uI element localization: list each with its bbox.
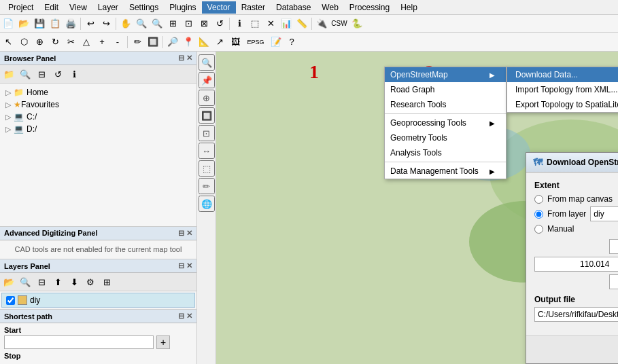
- scale-btn[interactable]: 📐: [196, 35, 211, 50]
- new-project-btn[interactable]: 📄: [1, 16, 16, 31]
- zoom-selection-btn[interactable]: ⊠: [196, 16, 211, 31]
- plugins-btn[interactable]: 🔌: [314, 16, 329, 31]
- output-path-input[interactable]: [534, 307, 618, 322]
- menu-project[interactable]: Project: [3, 1, 39, 14]
- layers-filter-btn[interactable]: 🔍: [18, 274, 33, 289]
- delete-part-btn[interactable]: -: [110, 35, 125, 50]
- menu-geoprocessing[interactable]: Geoprocessing Tools ▶: [385, 115, 506, 130]
- zoom-full-btn[interactable]: ⊞: [165, 16, 180, 31]
- menu-settings[interactable]: Settings: [124, 1, 164, 14]
- coord-bottom-input[interactable]: [609, 274, 619, 289]
- layers-close-icon[interactable]: ✕: [186, 261, 192, 270]
- reshape-btn[interactable]: △: [79, 35, 94, 50]
- layers-options-btn[interactable]: ⚙: [83, 274, 98, 289]
- adv-close-icon[interactable]: ✕: [186, 229, 192, 238]
- menu-plugins[interactable]: Plugins: [164, 1, 201, 14]
- zoom-layer-btn[interactable]: ⊡: [181, 16, 196, 31]
- browser-float-icon[interactable]: ⊟: [178, 54, 184, 62]
- pan-btn[interactable]: ✋: [118, 16, 133, 31]
- edit-node-btn[interactable]: ⬡: [16, 35, 31, 50]
- radio-from-layer[interactable]: [534, 210, 543, 219]
- menu-vector[interactable]: Vector: [202, 1, 236, 14]
- osm-import-topology[interactable]: Import Topology from XML...: [507, 82, 618, 97]
- coord-left-input[interactable]: [534, 257, 618, 272]
- coord-btn[interactable]: 📍: [181, 35, 196, 50]
- rotate-btn[interactable]: ↻: [48, 35, 63, 50]
- save-as-btn[interactable]: 📋: [48, 16, 63, 31]
- browser-item-c[interactable]: ▷ 💻 C:/: [3, 111, 194, 123]
- browser-refresh-btn[interactable]: ↺: [50, 67, 65, 81]
- help-icon-btn[interactable]: ?: [284, 35, 299, 50]
- menu-processing[interactable]: Processing: [344, 1, 395, 14]
- zoom-in-btn[interactable]: 🔍: [134, 16, 149, 31]
- layers-filter2-btn[interactable]: ⊟: [34, 274, 49, 289]
- refresh-btn[interactable]: ↺: [212, 16, 227, 31]
- side-icon-9[interactable]: 🌐: [199, 196, 215, 212]
- menu-data-mgmt[interactable]: Data Management Tools ▶: [385, 164, 506, 179]
- osm-export-topology[interactable]: Export Topology to SpatiaLite...: [507, 97, 618, 112]
- menu-edit[interactable]: Edit: [39, 1, 64, 14]
- adv-float-icon[interactable]: ⊟: [178, 229, 184, 238]
- add-part-btn[interactable]: +: [95, 35, 109, 50]
- side-icon-5[interactable]: ⊡: [199, 125, 215, 141]
- deselect-btn[interactable]: ✕: [263, 16, 278, 31]
- side-icon-2[interactable]: 📌: [199, 72, 215, 88]
- browser-collapse-btn[interactable]: ⊟: [34, 67, 49, 81]
- python-btn[interactable]: 🐍: [349, 16, 364, 31]
- split-btn[interactable]: ✂: [63, 35, 78, 50]
- side-icon-6[interactable]: ↔: [199, 143, 215, 159]
- undo-btn[interactable]: ↩: [83, 16, 98, 31]
- layers-expand-btn[interactable]: ⊞: [99, 274, 114, 289]
- open-btn[interactable]: 📂: [16, 16, 31, 31]
- digitize-btn[interactable]: ✏: [130, 35, 145, 50]
- side-icon-7[interactable]: ⬚: [199, 160, 215, 177]
- start-input[interactable]: [4, 335, 154, 349]
- menu-analysis-tools[interactable]: Analysis Tools: [385, 145, 506, 160]
- search-btn[interactable]: 🔎: [165, 35, 180, 50]
- map-area[interactable]: 🔍 📌 ⊕ 🔲 ⊡ ↔ ⬚ ✏ 🌐 1 OpenStreetMap ▶ Road…: [197, 52, 618, 364]
- menu-geometry-tools[interactable]: Geometry Tools: [385, 130, 506, 145]
- layer-item-diy[interactable]: diy: [1, 293, 195, 308]
- csw-btn[interactable]: CSW: [330, 16, 349, 31]
- menu-layer[interactable]: Layer: [92, 1, 124, 14]
- identify-btn[interactable]: ℹ: [232, 16, 247, 31]
- osm-download[interactable]: Download Data...: [507, 67, 618, 82]
- radio-map-canvas[interactable]: [534, 195, 543, 204]
- layer-select-dropdown[interactable]: diy ▼: [590, 206, 618, 221]
- layers-move-up-btn[interactable]: ⬆: [50, 274, 65, 289]
- rotation-btn[interactable]: ↗: [212, 35, 227, 50]
- measure-btn[interactable]: 📏: [294, 16, 309, 31]
- browser-item-d[interactable]: ▷ 💻 D:/: [3, 123, 194, 135]
- menu-database[interactable]: Database: [271, 1, 316, 14]
- select-btn[interactable]: ⬚: [247, 16, 262, 31]
- redo-btn[interactable]: ↪: [99, 16, 114, 31]
- open-table-btn[interactable]: 📊: [279, 16, 294, 31]
- side-icon-3[interactable]: ⊕: [199, 90, 215, 106]
- move-feature-btn[interactable]: ⊕: [32, 35, 47, 50]
- side-icon-1[interactable]: 🔍: [199, 54, 215, 71]
- side-icon-8[interactable]: ✏: [199, 178, 215, 194]
- snap-btn[interactable]: 🔲: [145, 35, 160, 50]
- menu-help[interactable]: Help: [395, 1, 423, 14]
- shortest-float-icon[interactable]: ⊟: [178, 312, 184, 321]
- radio-manual[interactable]: [534, 225, 543, 234]
- side-icon-4[interactable]: 🔲: [199, 107, 215, 124]
- menu-web[interactable]: Web: [316, 1, 343, 14]
- layers-move-down-btn[interactable]: ⬇: [67, 274, 82, 289]
- shortest-close-icon[interactable]: ✕: [186, 312, 192, 321]
- browser-add-btn[interactable]: 📁: [1, 67, 16, 81]
- menu-road-graph[interactable]: Road Graph: [385, 82, 506, 97]
- layers-float-icon[interactable]: ⊟: [178, 261, 184, 270]
- coord-top-input[interactable]: [609, 239, 619, 254]
- menu-view[interactable]: View: [64, 1, 92, 14]
- start-pick-btn[interactable]: +: [156, 335, 170, 349]
- browser-enable-props-btn[interactable]: ℹ: [67, 67, 82, 81]
- epsg-btn[interactable]: EPSG: [243, 35, 268, 50]
- print-btn[interactable]: 🖨️: [63, 16, 78, 31]
- browser-item-favourites[interactable]: ▷ ★ Favourites: [3, 98, 194, 111]
- layers-open-btn[interactable]: 📂: [1, 274, 16, 289]
- browser-close-icon[interactable]: ✕: [186, 54, 192, 62]
- menu-research-tools[interactable]: Research Tools: [385, 97, 506, 112]
- layer-checkbox-diy[interactable]: [6, 296, 15, 305]
- render-btn[interactable]: 🖼: [228, 35, 243, 50]
